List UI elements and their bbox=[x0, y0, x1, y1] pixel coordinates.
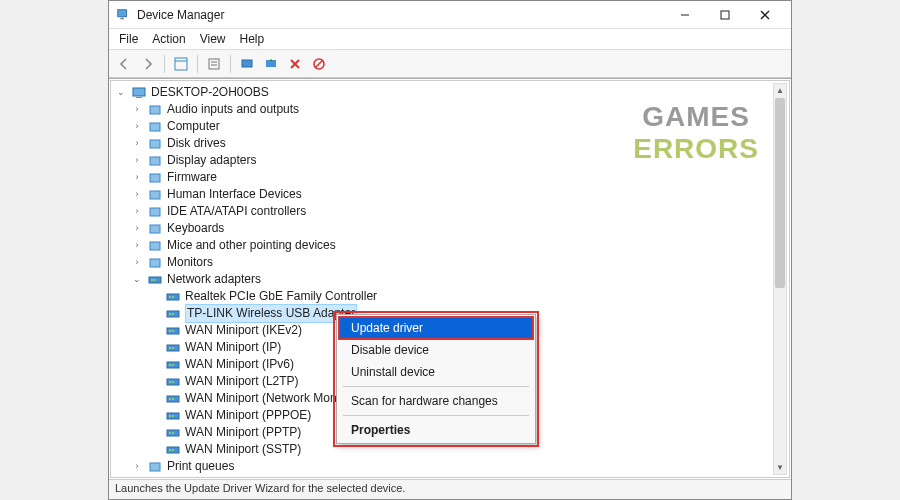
properties-button[interactable] bbox=[203, 53, 225, 75]
show-hide-tree-button[interactable] bbox=[170, 53, 192, 75]
adapter-icon bbox=[165, 444, 181, 456]
computer-icon bbox=[131, 87, 147, 99]
tree-node-label: Realtek PCIe GbE Family Controller bbox=[185, 288, 377, 305]
expand-toggle[interactable]: › bbox=[131, 475, 143, 478]
category-icon bbox=[147, 189, 163, 201]
ctx-update-driver[interactable]: Update driver bbox=[339, 317, 533, 339]
svg-point-61 bbox=[172, 449, 174, 451]
vertical-scrollbar[interactable]: ▲ ▼ bbox=[773, 83, 787, 475]
scan-hardware-button[interactable] bbox=[236, 53, 258, 75]
tree-category[interactable]: ›Print queues bbox=[113, 458, 787, 475]
svg-point-49 bbox=[172, 381, 174, 383]
svg-rect-0 bbox=[118, 9, 127, 16]
tree-category[interactable]: ›Firmware bbox=[113, 169, 787, 186]
category-icon bbox=[147, 223, 163, 235]
tree-node-label: WAN Miniport (IKEv2) bbox=[185, 322, 302, 339]
tree-node-label: Processors bbox=[167, 475, 227, 478]
svg-point-58 bbox=[172, 432, 174, 434]
menu-file[interactable]: File bbox=[119, 32, 138, 46]
expand-toggle[interactable]: ⌄ bbox=[115, 84, 127, 101]
expand-toggle[interactable]: › bbox=[131, 186, 143, 203]
window-controls bbox=[665, 1, 785, 29]
svg-rect-12 bbox=[266, 60, 276, 67]
expand-toggle[interactable]: › bbox=[131, 152, 143, 169]
svg-rect-28 bbox=[150, 259, 160, 267]
menu-view[interactable]: View bbox=[200, 32, 226, 46]
expand-toggle[interactable]: › bbox=[131, 118, 143, 135]
expand-toggle[interactable]: › bbox=[131, 169, 143, 186]
tree-node-label: DESKTOP-2OH0OBS bbox=[151, 84, 269, 101]
svg-rect-1 bbox=[120, 17, 124, 19]
svg-rect-11 bbox=[242, 60, 252, 67]
svg-rect-26 bbox=[150, 225, 160, 233]
ctx-separator bbox=[343, 415, 529, 416]
ctx-scan-hardware[interactable]: Scan for hardware changes bbox=[339, 390, 533, 412]
ctx-disable-device[interactable]: Disable device bbox=[339, 339, 533, 361]
menu-action[interactable]: Action bbox=[152, 32, 185, 46]
svg-point-46 bbox=[172, 364, 174, 366]
tree-root[interactable]: ⌄DESKTOP-2OH0OBS bbox=[113, 84, 787, 101]
scroll-thumb[interactable] bbox=[775, 98, 785, 288]
svg-point-43 bbox=[172, 347, 174, 349]
svg-rect-25 bbox=[150, 208, 160, 216]
tree-category[interactable]: ›Audio inputs and outputs bbox=[113, 101, 787, 118]
uninstall-device-button[interactable] bbox=[284, 53, 306, 75]
svg-rect-6 bbox=[175, 58, 187, 70]
disable-device-button[interactable] bbox=[308, 53, 330, 75]
expand-toggle[interactable]: › bbox=[131, 101, 143, 118]
expand-toggle[interactable]: ⌄ bbox=[131, 271, 143, 288]
menu-help[interactable]: Help bbox=[240, 32, 265, 46]
tree-node-label: IDE ATA/ATAPI controllers bbox=[167, 203, 306, 220]
tree-category[interactable]: ›Monitors bbox=[113, 254, 787, 271]
menu-bar: File Action View Help bbox=[109, 29, 791, 50]
tree-category[interactable]: ›Mice and other pointing devices bbox=[113, 237, 787, 254]
svg-point-42 bbox=[169, 347, 171, 349]
svg-point-33 bbox=[169, 296, 171, 298]
svg-point-57 bbox=[169, 432, 171, 434]
tree-category[interactable]: ›Computer bbox=[113, 118, 787, 135]
expand-toggle[interactable]: › bbox=[131, 458, 143, 475]
svg-rect-20 bbox=[150, 123, 160, 131]
expand-toggle[interactable]: › bbox=[131, 203, 143, 220]
tree-category[interactable]: ›Display adapters bbox=[113, 152, 787, 169]
forward-button[interactable] bbox=[137, 53, 159, 75]
close-button[interactable] bbox=[745, 1, 785, 29]
back-button[interactable] bbox=[113, 53, 135, 75]
network-adapter-item[interactable]: Realtek PCIe GbE Family Controller bbox=[113, 288, 787, 305]
scroll-up-arrow[interactable]: ▲ bbox=[774, 84, 786, 97]
tree-node-label: WAN Miniport (SSTP) bbox=[185, 441, 301, 458]
tree-category[interactable]: ›Human Interface Devices bbox=[113, 186, 787, 203]
tree-category[interactable]: ›Keyboards bbox=[113, 220, 787, 237]
tree-category[interactable]: ›IDE ATA/ATAPI controllers bbox=[113, 203, 787, 220]
expand-toggle[interactable]: › bbox=[131, 220, 143, 237]
expand-toggle[interactable]: › bbox=[131, 254, 143, 271]
ctx-properties[interactable]: Properties bbox=[339, 419, 533, 441]
category-icon bbox=[147, 461, 163, 473]
tree-category[interactable]: ›Processors bbox=[113, 475, 787, 478]
tree-category[interactable]: ›Disk drives bbox=[113, 135, 787, 152]
category-icon bbox=[147, 172, 163, 184]
expand-toggle[interactable]: › bbox=[131, 135, 143, 152]
scroll-down-arrow[interactable]: ▼ bbox=[774, 461, 786, 474]
toolbar-separator bbox=[197, 55, 198, 73]
tree-category-network[interactable]: ⌄Network adapters bbox=[113, 271, 787, 288]
update-driver-button[interactable] bbox=[260, 53, 282, 75]
tree-node-label: Network adapters bbox=[167, 271, 261, 288]
maximize-button[interactable] bbox=[705, 1, 745, 29]
tree-node-label: Mice and other pointing devices bbox=[167, 237, 336, 254]
minimize-button[interactable] bbox=[665, 1, 705, 29]
tree-node-label: Firmware bbox=[167, 169, 217, 186]
adapter-icon bbox=[165, 325, 181, 337]
svg-point-39 bbox=[169, 330, 171, 332]
svg-rect-17 bbox=[133, 88, 145, 96]
status-bar: Launches the Update Driver Wizard for th… bbox=[109, 479, 791, 499]
adapter-icon bbox=[165, 393, 181, 405]
category-icon bbox=[147, 257, 163, 269]
tree-node-label: Keyboards bbox=[167, 220, 224, 237]
ctx-uninstall-device[interactable]: Uninstall device bbox=[339, 361, 533, 383]
expand-toggle[interactable]: › bbox=[131, 237, 143, 254]
tree-node-label: WAN Miniport (Network Monitor) bbox=[185, 390, 357, 407]
svg-point-40 bbox=[172, 330, 174, 332]
category-icon bbox=[147, 240, 163, 252]
window-title: Device Manager bbox=[137, 8, 665, 22]
